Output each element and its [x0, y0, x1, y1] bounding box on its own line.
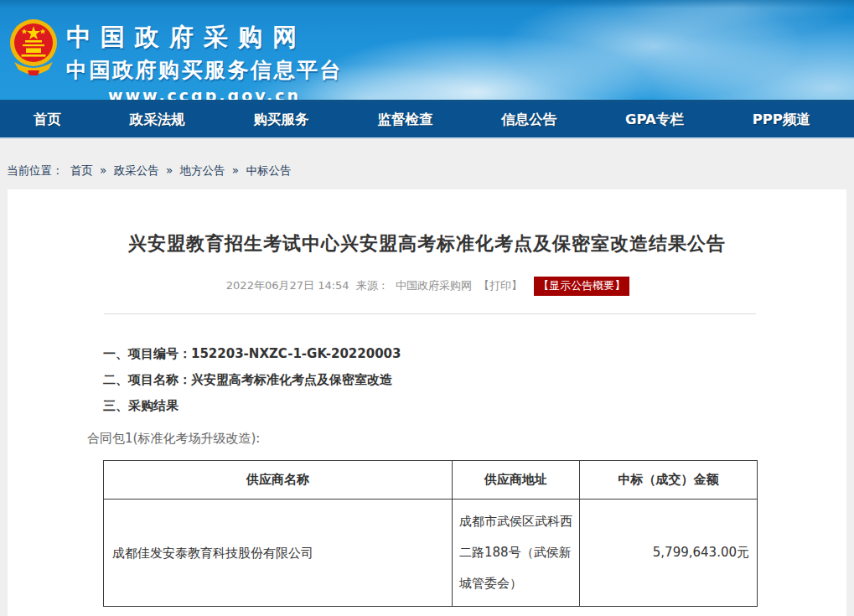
china-national-emblem-icon [9, 18, 58, 82]
nav-item-announcements[interactable]: 信息公告 [501, 111, 556, 129]
show-summary-button[interactable]: 【显示公告概要】 [534, 277, 629, 296]
package-line: 合同包1(标准化考场升级改造): [8, 431, 846, 447]
site-url: www.ccgp.gov.cn [66, 86, 343, 102]
nav-item-gpa[interactable]: GPA专栏 [625, 111, 684, 129]
header-supplier-address: 供应商地址 [453, 461, 580, 500]
article-meta: 2022年06月27日 14:54 来源： 中国政府采购网 【打印】 【显示公告… [8, 277, 846, 296]
main-nav: 首页 政采法规 购买服务 监督检查 信息公告 GPA专栏 PPP频道 [0, 102, 854, 139]
print-button[interactable]: 【打印】 [479, 279, 522, 292]
breadcrumb-separator: » [232, 163, 239, 177]
supplier-address-cell: 成都市武侯区武科西二路188号（武侯新城管委会） [453, 500, 580, 607]
site-name: 中国政府采购网 [66, 21, 343, 54]
breadcrumb-item-procurement-notices[interactable]: 政采公告 [114, 163, 159, 177]
breadcrumb-item-local-notices[interactable]: 地方公告 [180, 163, 225, 177]
award-amount-cell: 5,799,643.00元 [580, 500, 758, 607]
header-award-amount: 中标（成交）金额 [580, 461, 758, 500]
breadcrumb-label: 当前位置： [7, 163, 64, 177]
nav-item-purchase-services[interactable]: 购买服务 [254, 111, 309, 129]
page: { "colors": { "sky_blue": "#1f93da", "na… [0, 0, 854, 616]
site-header: 中国政府采购网 中国政府购买服务信息平台 www.ccgp.gov.cn [0, 0, 854, 102]
source-name: 中国政府采购网 [396, 279, 472, 292]
breadcrumb: 当前位置： 首页 » 政采公告 » 地方公告 » 中标公告 [0, 139, 854, 189]
project-number-line: 一、项目编号：152203-NXZC-1-GK-20220003 [8, 348, 846, 360]
page-title: 兴安盟教育招生考试中心兴安盟高考标准化考点及保密室改造结果公告 [8, 189, 846, 256]
breadcrumb-separator: » [166, 163, 173, 177]
nav-item-supervision[interactable]: 监督检查 [377, 111, 432, 129]
table-row: 成都佳发安泰教育科技股份有限公司 成都市武侯区武科西二路188号（武侯新城管委会… [104, 500, 758, 607]
source-label: 来源： [356, 279, 389, 292]
nav-item-ppp[interactable]: PPP频道 [753, 111, 810, 129]
header-supplier-name: 供应商名称 [104, 461, 453, 500]
supplier-name-cell: 成都佳发安泰教育科技股份有限公司 [104, 500, 453, 607]
project-name-line: 二、项目名称：兴安盟高考标准化考点及保密室改造 [8, 374, 846, 386]
nav-item-home[interactable]: 首页 [34, 111, 61, 129]
result-heading: 三、采购结果 [8, 400, 846, 412]
breadcrumb-item-home[interactable]: 首页 [70, 163, 93, 177]
site-logo-text: 中国政府采购网 中国政府购买服务信息平台 www.ccgp.gov.cn [66, 21, 343, 102]
breadcrumb-item-award-notices[interactable]: 中标公告 [246, 163, 291, 177]
result-table: 供应商名称 供应商地址 中标（成交）金额 成都佳发安泰教育科技股份有限公司 成都… [103, 460, 758, 607]
nav-item-regulations[interactable]: 政采法规 [130, 111, 185, 129]
platform-name: 中国政府购买服务信息平台 [66, 56, 343, 84]
publish-datetime: 2022年06月27日 14:54 [226, 279, 349, 292]
table-header-row: 供应商名称 供应商地址 中标（成交）金额 [104, 461, 758, 500]
article-body: 一、项目编号：152203-NXZC-1-GK-20220003 二、项目名称：… [8, 314, 846, 607]
breadcrumb-separator: » [100, 163, 106, 177]
article-card: 兴安盟教育招生考试中心兴安盟高考标准化考点及保密室改造结果公告 2022年06月… [8, 189, 846, 616]
